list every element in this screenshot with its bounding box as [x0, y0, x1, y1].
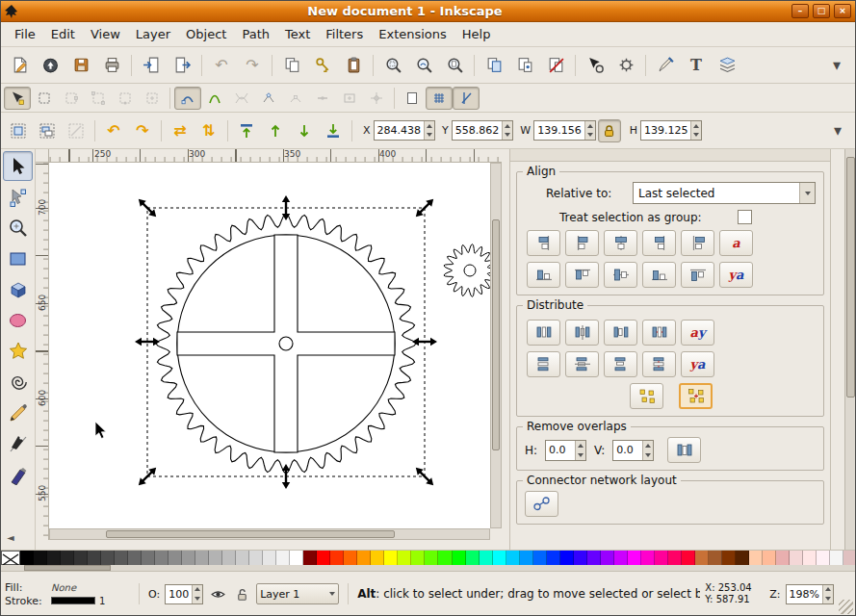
- tool-rectangle[interactable]: [3, 244, 33, 273]
- palette-swatch[interactable]: [453, 551, 466, 565]
- snap-object-centers-button[interactable]: [336, 87, 363, 110]
- select-all-button[interactable]: [4, 117, 33, 144]
- make-horizontal-gaps-equal-button[interactable]: [642, 320, 676, 346]
- snap-smooth-nodes-button[interactable]: [282, 87, 309, 110]
- snap-page-border-button[interactable]: [399, 87, 426, 110]
- tool-pencil[interactable]: [3, 398, 33, 427]
- palette-swatch[interactable]: [47, 551, 61, 565]
- tool-ellipse[interactable]: [3, 305, 33, 335]
- align-left-edges-button[interactable]: [565, 230, 599, 256]
- palette-swatch[interactable]: [466, 551, 480, 565]
- scrollbar-thumb[interactable]: [106, 530, 395, 538]
- canvas[interactable]: [49, 163, 490, 528]
- close-button[interactable]: ×: [834, 4, 851, 18]
- distribute-top-edges-button[interactable]: [527, 351, 560, 377]
- tool-node[interactable]: [3, 182, 33, 212]
- align-text-anchors-vertical-button[interactable]: ya: [719, 262, 753, 288]
- snap-bbox-edges-button[interactable]: [58, 87, 85, 110]
- lower-button[interactable]: [290, 117, 319, 144]
- align-top-to-anchor-bottom-button[interactable]: [681, 262, 714, 288]
- palette-swatch[interactable]: [290, 551, 303, 565]
- palette-swatch[interactable]: [763, 551, 776, 565]
- menu-help[interactable]: Help: [454, 23, 499, 45]
- palette-swatch[interactable]: [398, 551, 411, 565]
- rotate-ccw-button[interactable]: ↶: [99, 117, 128, 144]
- palette-swatch[interactable]: [520, 551, 533, 565]
- snap-rotation-centers-button[interactable]: [363, 87, 390, 110]
- w-spinner[interactable]: [584, 121, 595, 140]
- rotate-cw-button[interactable]: ↷: [128, 117, 157, 144]
- menu-text[interactable]: Text: [277, 23, 318, 45]
- snap-bbox-centers-button[interactable]: [139, 87, 166, 110]
- palette-swatch[interactable]: [34, 551, 47, 565]
- x-field[interactable]: 284.438: [374, 120, 436, 141]
- palette-swatch[interactable]: [803, 551, 817, 565]
- palette-swatch[interactable]: [303, 551, 317, 565]
- tool-zoom[interactable]: [3, 213, 33, 243]
- palette-swatch[interactable]: [682, 551, 695, 565]
- palette-swatch[interactable]: [74, 551, 88, 565]
- snap-cusp-nodes-button[interactable]: [255, 87, 282, 110]
- zoom-drawing-button[interactable]: [408, 51, 439, 80]
- palette-swatch[interactable]: [61, 551, 74, 565]
- palette-swatch[interactable]: [115, 551, 128, 565]
- relative-to-select[interactable]: Last selected: [633, 182, 816, 204]
- palette-swatch[interactable]: [587, 551, 601, 565]
- horizontal-ruler[interactable]: 250 300 350 400: [49, 149, 502, 163]
- layer-lock-button[interactable]: [232, 584, 251, 603]
- palette-swatch[interactable]: [628, 551, 641, 565]
- snap-path-intersections-button[interactable]: [228, 87, 255, 110]
- palette-swatch[interactable]: [236, 551, 249, 565]
- resize-grip[interactable]: [839, 600, 853, 614]
- lower-to-bottom-button[interactable]: [319, 117, 348, 144]
- palette-swatch[interactable]: [425, 551, 438, 565]
- palette-swatch[interactable]: [438, 551, 452, 565]
- palette-swatch[interactable]: [601, 551, 614, 565]
- palette-swatch[interactable]: [195, 551, 209, 565]
- menu-edit[interactable]: Edit: [43, 23, 83, 45]
- menu-filters[interactable]: Filters: [318, 23, 371, 45]
- palette-swatch[interactable]: [330, 551, 344, 565]
- stroke-swatch[interactable]: [51, 597, 95, 604]
- tool-pen[interactable]: [3, 428, 33, 458]
- fill-stroke-dialog-button[interactable]: [650, 51, 681, 80]
- palette-swatch[interactable]: [547, 551, 560, 565]
- vertical-ruler[interactable]: 700 650 600 550: [36, 163, 49, 540]
- palette-swatch[interactable]: [506, 551, 520, 565]
- distribute-bottom-edges-button[interactable]: [604, 351, 637, 377]
- titlebar[interactable]: New document 1 - Inkscape – □ ×: [1, 1, 855, 22]
- snap-paths-button[interactable]: [201, 87, 228, 110]
- palette-swatch[interactable]: [317, 551, 330, 565]
- overlap-h-spinner[interactable]: [575, 441, 585, 460]
- palette-swatch[interactable]: [249, 551, 263, 565]
- print-button[interactable]: [96, 51, 127, 80]
- canvas-horizontal-scrollbar[interactable]: [49, 528, 490, 540]
- copy-button[interactable]: [276, 51, 307, 80]
- raise-button[interactable]: [261, 117, 290, 144]
- palette-swatch[interactable]: [155, 551, 169, 565]
- undo-button[interactable]: ↶: [206, 51, 237, 80]
- commands-overflow-button[interactable]: ▾: [821, 51, 852, 80]
- tool-spiral[interactable]: [3, 367, 33, 397]
- find-button[interactable]: [580, 51, 610, 80]
- palette-swatch[interactable]: [736, 551, 749, 565]
- canvas-vertical-scrollbar[interactable]: [490, 163, 502, 528]
- tool-selector[interactable]: [3, 151, 33, 181]
- palette-swatch[interactable]: [749, 551, 763, 565]
- palette-swatch[interactable]: [709, 551, 722, 565]
- palette-swatch[interactable]: [222, 551, 236, 565]
- flip-vertical-button[interactable]: ⇅: [195, 117, 223, 144]
- center-on-horizontal-axis-button[interactable]: [604, 262, 637, 288]
- deselect-button[interactable]: [62, 117, 91, 144]
- menu-view[interactable]: View: [83, 23, 128, 45]
- opacity-spinner[interactable]: [192, 585, 202, 603]
- palette-swatch[interactable]: [209, 551, 222, 565]
- new-document-button[interactable]: [4, 51, 35, 80]
- minimize-button[interactable]: –: [791, 4, 809, 18]
- flip-horizontal-button[interactable]: ⇄: [166, 117, 195, 144]
- menu-file[interactable]: File: [7, 23, 43, 45]
- distribute-centers-vertically-button[interactable]: [565, 351, 599, 377]
- palette-swatch[interactable]: [776, 551, 790, 565]
- make-vertical-gaps-equal-button[interactable]: [642, 351, 676, 377]
- open-document-button[interactable]: [35, 51, 65, 80]
